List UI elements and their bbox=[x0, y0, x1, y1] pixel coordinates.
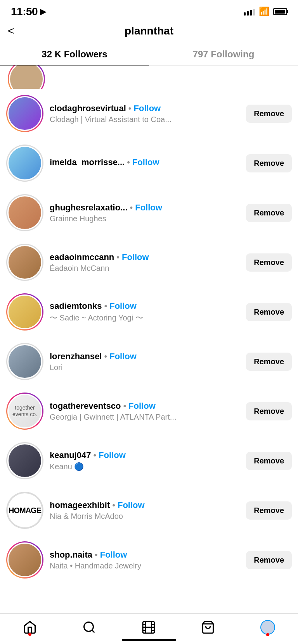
tab-followers[interactable]: 32 K Followers bbox=[0, 43, 149, 65]
remove-button[interactable]: Remove bbox=[246, 204, 292, 222]
follow-button[interactable]: Follow bbox=[109, 351, 137, 362]
username-row: lorenzhansel • Follow bbox=[50, 351, 241, 362]
avatar-ring bbox=[6, 442, 43, 479]
separator-dot: • bbox=[127, 157, 130, 167]
avatar-container[interactable] bbox=[6, 244, 43, 281]
partial-avatar-img bbox=[9, 65, 44, 89]
avatar bbox=[7, 344, 42, 379]
header: < plannthat bbox=[0, 21, 298, 43]
avatar bbox=[7, 542, 42, 577]
togather-logo-text: togetherevents co. bbox=[12, 405, 37, 418]
avatar-container[interactable] bbox=[6, 293, 43, 331]
status-icons: 📶 bbox=[244, 7, 287, 17]
remove-button[interactable]: Remove bbox=[246, 303, 292, 321]
separator-dot: • bbox=[112, 500, 115, 510]
avatar-ring: togetherevents co. bbox=[6, 393, 43, 430]
avatar-container[interactable] bbox=[6, 541, 43, 579]
username[interactable]: sadiemtonks bbox=[50, 301, 102, 311]
display-name: Naita • Handmade Jewelry bbox=[50, 561, 241, 570]
follow-button[interactable]: Follow bbox=[109, 301, 137, 311]
follow-button[interactable]: Follow bbox=[132, 157, 159, 167]
follow-button[interactable]: Follow bbox=[118, 500, 145, 510]
avatar-ring bbox=[6, 293, 43, 331]
avatar-ring bbox=[6, 541, 43, 579]
follow-button[interactable]: Follow bbox=[122, 252, 149, 262]
tab-following[interactable]: 797 Following bbox=[149, 43, 298, 65]
remove-button[interactable]: Remove bbox=[246, 402, 292, 420]
signal-bar-3 bbox=[250, 10, 252, 15]
username[interactable]: imelda_morrisse... bbox=[50, 157, 125, 167]
avatar-container[interactable]: togetherevents co. bbox=[6, 393, 43, 430]
username[interactable]: shop.naita bbox=[50, 550, 92, 560]
avatar-ring bbox=[6, 145, 43, 182]
back-button[interactable]: < bbox=[8, 26, 14, 36]
remove-button[interactable]: Remove bbox=[246, 501, 292, 520]
display-name: Éadaoin McCann bbox=[50, 264, 241, 273]
user-info: imelda_morrisse... • Follow bbox=[50, 157, 241, 169]
follow-button[interactable]: Follow bbox=[128, 401, 156, 411]
remove-button[interactable]: Remove bbox=[246, 551, 292, 569]
remove-button[interactable]: Remove bbox=[246, 452, 292, 470]
display-name: 〜 Sadie ~ Actoring Yogi 〜 bbox=[50, 313, 241, 323]
username[interactable]: ghughesrelaxatio... bbox=[50, 203, 128, 213]
user-info: keanuj047 • Follow Keanu 🔵 bbox=[50, 450, 241, 471]
separator-dot: • bbox=[116, 252, 120, 262]
nav-shop[interactable] bbox=[201, 620, 215, 634]
username[interactable]: togathereventsco bbox=[50, 401, 121, 411]
display-name: Keanu 🔵 bbox=[50, 462, 241, 471]
user-info: shop.naita • Follow Naita • Handmade Jew… bbox=[50, 550, 241, 570]
avatar-container[interactable] bbox=[6, 95, 43, 132]
home-indicator bbox=[122, 639, 176, 641]
nav-reels[interactable] bbox=[142, 620, 156, 634]
nav-home[interactable] bbox=[23, 620, 37, 634]
remove-button[interactable]: Remove bbox=[246, 353, 292, 371]
signal-bar-1 bbox=[244, 12, 246, 15]
svg-line-1 bbox=[92, 630, 95, 633]
username-row: clodaghrosevirtual • Follow bbox=[50, 103, 241, 114]
avatar-container[interactable] bbox=[6, 145, 43, 182]
location-icon: ▶ bbox=[40, 7, 47, 17]
username-row: eadaoinmccann • Follow bbox=[50, 252, 241, 262]
username[interactable]: keanuj047 bbox=[50, 450, 91, 460]
avatar bbox=[7, 443, 42, 478]
avatar bbox=[7, 146, 42, 181]
remove-button[interactable]: Remove bbox=[246, 154, 292, 172]
separator-dot: • bbox=[93, 450, 96, 460]
avatar-container[interactable] bbox=[6, 442, 43, 479]
follow-button[interactable]: Follow bbox=[99, 450, 126, 460]
username[interactable]: homageexhibit bbox=[50, 500, 110, 510]
avatar-container[interactable] bbox=[6, 194, 43, 231]
nav-search[interactable] bbox=[82, 620, 96, 634]
username-row: imelda_morrisse... • Follow bbox=[50, 157, 241, 167]
username[interactable]: clodaghrosevirtual bbox=[50, 103, 126, 114]
follow-button[interactable]: Follow bbox=[134, 103, 161, 114]
username-row: sadiemtonks • Follow bbox=[50, 301, 241, 311]
avatar-container[interactable] bbox=[6, 343, 43, 380]
username-row: ghughesrelaxatio... • Follow bbox=[50, 203, 241, 213]
user-info: ghughesrelaxatio... • Follow Grainne Hug… bbox=[50, 203, 241, 223]
username-row: keanuj047 • Follow bbox=[50, 450, 241, 460]
username[interactable]: lorenzhansel bbox=[50, 351, 102, 362]
status-time: 11:50 bbox=[11, 5, 38, 18]
user-info: togathereventsco • Follow Georgia | Gwin… bbox=[50, 401, 241, 422]
search-icon bbox=[82, 620, 96, 634]
partial-avatar-ring bbox=[8, 65, 45, 89]
avatar-container[interactable]: HOMAGE bbox=[6, 492, 43, 529]
remove-button[interactable]: Remove bbox=[246, 253, 292, 272]
separator-dot: • bbox=[95, 550, 98, 560]
list-item: lorenzhansel • Follow Lori Remove bbox=[6, 337, 292, 386]
avatar-ring bbox=[6, 95, 43, 132]
list-item: imelda_morrisse... • Follow Remove bbox=[6, 138, 292, 188]
user-list: clodaghrosevirtual • Follow Clodagh | Vi… bbox=[0, 89, 298, 628]
svg-point-0 bbox=[84, 622, 93, 632]
avatar bbox=[7, 245, 42, 280]
remove-button[interactable]: Remove bbox=[246, 105, 292, 123]
separator-dot: • bbox=[130, 203, 133, 213]
username[interactable]: eadaoinmccann bbox=[50, 252, 114, 262]
shop-icon bbox=[201, 620, 215, 634]
follow-button[interactable]: Follow bbox=[100, 550, 127, 560]
user-info: homageexhibit • Follow Nia & Morris McAd… bbox=[50, 500, 241, 521]
follow-button[interactable]: Follow bbox=[135, 203, 162, 213]
nav-profile[interactable] bbox=[260, 620, 275, 635]
list-item: clodaghrosevirtual • Follow Clodagh | Vi… bbox=[6, 89, 292, 138]
